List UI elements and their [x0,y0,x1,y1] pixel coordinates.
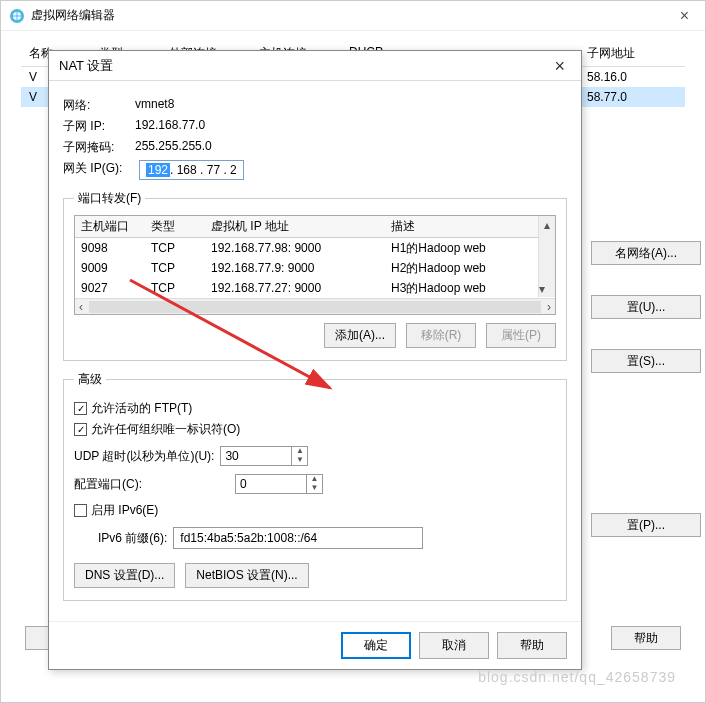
table-row[interactable]: 9098 TCP 192.168.77.98: 9000 H1的Hadoop w… [75,238,555,258]
advanced-legend: 高级 [74,371,106,388]
port-forward-legend: 端口转发(F) [74,190,145,207]
parent-title: 虚拟网络编辑器 [31,7,672,24]
ipv6-prefix-input[interactable] [173,527,423,549]
modal-close-icon[interactable]: × [548,57,571,75]
subnet-ip-row: 子网 IP: 192.168.77.0 [63,118,567,135]
vertical-scrollbar[interactable]: ▴▾ [538,216,555,297]
allow-org-label: 允许任何组织唯一标识符(O) [91,421,240,438]
th-desc[interactable]: 描述 [385,218,555,235]
gateway-ip-input[interactable]: 192. 168 . 77 . 2 [139,160,244,180]
udp-timeout-field: UDP 超时(以秒为单位)(U): ▲▼ [74,446,556,466]
parent-help-button[interactable]: 帮助 [611,626,681,650]
udp-timeout-input[interactable]: ▲▼ [220,446,308,466]
settings-s-button[interactable]: 置(S)... [591,349,701,373]
udp-timeout-label: UDP 超时(以秒为单位)(U): [74,448,214,465]
scroll-down-icon[interactable]: ▾ [539,280,545,297]
subnet-mask-value: 255.255.255.0 [135,139,212,156]
cell-ip: 192.168.77.98: 9000 [205,241,385,255]
ipv6-prefix-field: IPv6 前缀(6): [98,527,556,549]
cell-desc: H2的Hadoop web [385,260,555,277]
modal-titlebar: NAT 设置 × [49,51,581,81]
properties-button[interactable]: 属性(P) [486,323,556,348]
config-port-label: 配置端口(C): [74,476,229,493]
th-ip[interactable]: 虚拟机 IP 地址 [205,218,385,235]
col-addr: 子网地址 [587,45,677,62]
subnet-ip-label: 子网 IP: [63,118,135,135]
port-forward-buttons: 添加(A)... 移除(R) 属性(P) [74,323,556,348]
ok-button[interactable]: 确定 [341,632,411,659]
cell-type: TCP [145,261,205,275]
cell-ip: 192.168.77.9: 9000 [205,261,385,275]
config-port-field: 配置端口(C): ▲▼ [74,474,556,494]
row-addr: 58.77.0 [587,90,677,104]
app-logo-icon [9,8,25,24]
checkbox-icon[interactable]: ✓ [74,402,87,415]
gateway-rest: . 168 . 77 . 2 [170,163,237,177]
port-forward-group: 端口转发(F) 主机端口 类型 虚拟机 IP 地址 描述 9098 TCP 19… [63,190,567,361]
modal-title: NAT 设置 [59,57,548,75]
row-prefix: V [29,90,37,104]
horizontal-scrollbar[interactable]: ‹› [75,298,555,315]
network-value: vmnet8 [135,97,174,114]
remove-button[interactable]: 移除(R) [406,323,476,348]
config-port-input[interactable]: ▲▼ [235,474,323,494]
help-button[interactable]: 帮助 [497,632,567,659]
allow-ftp-label: 允许活动的 FTP(T) [91,400,192,417]
scroll-track[interactable] [89,301,541,313]
subnet-mask-row: 子网掩码: 255.255.255.0 [63,139,567,156]
cell-type: TCP [145,241,205,255]
spinner[interactable]: ▲▼ [291,447,307,465]
watermark-text: blog.csdn.net/qq_42658739 [478,669,676,685]
spinner[interactable]: ▲▼ [306,475,322,493]
gateway-selected-octet: 192 [146,163,170,177]
netbios-settings-button[interactable]: NetBIOS 设置(N)... [185,563,308,588]
network-label: 网络: [63,97,135,114]
cell-port: 9098 [75,241,145,255]
gateway-label: 网关 IP(G): [63,160,135,180]
advanced-buttons: DNS 设置(D)... NetBIOS 设置(N)... [74,563,556,588]
parent-titlebar: 虚拟网络编辑器 × [1,1,705,31]
modal-footer: 确定 取消 帮助 [49,621,581,669]
gateway-row: 网关 IP(G): 192. 168 . 77 . 2 [63,160,567,180]
rename-network-button[interactable]: 名网络(A)... [591,241,701,265]
config-port-value[interactable] [236,475,306,493]
table-header: 主机端口 类型 虚拟机 IP 地址 描述 [75,216,555,238]
allow-ftp-option[interactable]: ✓ 允许活动的 FTP(T) [74,400,556,417]
nat-settings-dialog: NAT 设置 × 网络: vmnet8 子网 IP: 192.168.77.0 … [48,50,582,670]
scroll-left-icon[interactable]: ‹ [79,300,83,314]
scroll-up-icon[interactable]: ▴ [539,216,555,233]
enable-ipv6-option[interactable]: 启用 IPv6(E) [74,502,556,519]
row-prefix: V [29,70,37,84]
port-forward-table: 主机端口 类型 虚拟机 IP 地址 描述 9098 TCP 192.168.77… [74,215,556,315]
ipv6-prefix-label: IPv6 前缀(6): [98,530,167,547]
cell-desc: H3的Hadoop web [385,280,555,297]
cell-ip: 192.168.77.27: 9000 [205,281,385,295]
th-type[interactable]: 类型 [145,218,205,235]
table-row[interactable]: 9009 TCP 192.168.77.9: 9000 H2的Hadoop we… [75,258,555,278]
table-row[interactable]: 9027 TCP 192.168.77.27: 9000 H3的Hadoop w… [75,278,555,298]
allow-org-option[interactable]: ✓ 允许任何组织唯一标识符(O) [74,421,556,438]
cancel-button[interactable]: 取消 [419,632,489,659]
parent-close-icon[interactable]: × [672,7,697,25]
dns-settings-button[interactable]: DNS 设置(D)... [74,563,175,588]
add-button[interactable]: 添加(A)... [324,323,396,348]
parent-side-buttons: 名网络(A)... 置(U)... 置(S)... 置(P)... [591,241,701,537]
udp-timeout-value[interactable] [221,447,291,465]
checkbox-icon[interactable]: ✓ [74,423,87,436]
checkbox-icon[interactable] [74,504,87,517]
th-port[interactable]: 主机端口 [75,218,145,235]
enable-ipv6-label: 启用 IPv6(E) [91,502,158,519]
settings-p-button[interactable]: 置(P)... [591,513,701,537]
cell-type: TCP [145,281,205,295]
subnet-mask-label: 子网掩码: [63,139,135,156]
cell-desc: H1的Hadoop web [385,240,555,257]
modal-body: 网络: vmnet8 子网 IP: 192.168.77.0 子网掩码: 255… [49,81,581,615]
subnet-ip-value: 192.168.77.0 [135,118,205,135]
spin-down-icon[interactable]: ▼ [292,456,307,465]
parent-help: 帮助 [611,626,681,650]
scroll-right-icon[interactable]: › [547,300,551,314]
cell-port: 9027 [75,281,145,295]
network-row: 网络: vmnet8 [63,97,567,114]
spin-down-icon[interactable]: ▼ [307,484,322,493]
settings-u-button[interactable]: 置(U)... [591,295,701,319]
